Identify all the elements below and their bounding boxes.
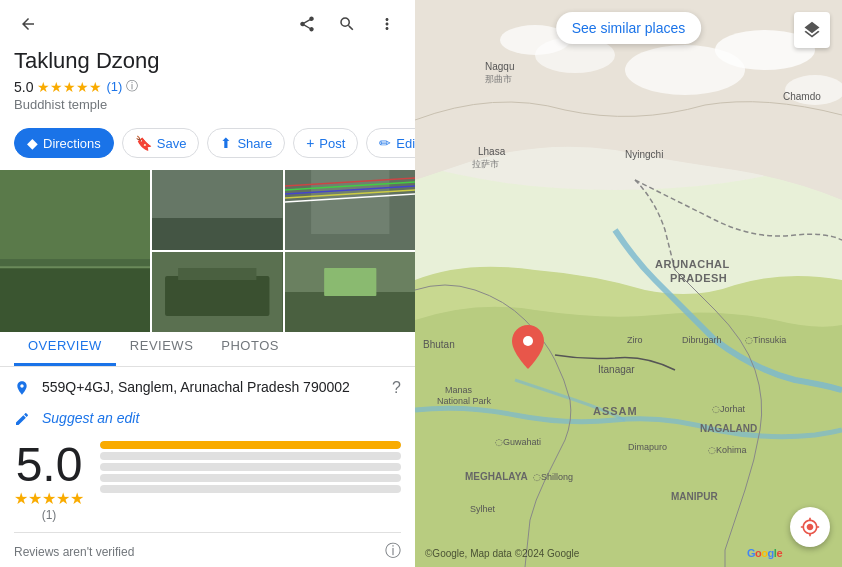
- share-icon: ⬆: [220, 135, 232, 151]
- save-button[interactable]: 🔖 Save: [122, 128, 200, 158]
- svg-rect-16: [178, 268, 256, 280]
- svg-text:◌Jorhat: ◌Jorhat: [712, 404, 746, 414]
- tab-photos[interactable]: PHOTOS: [207, 328, 293, 366]
- stars: ★★★★★: [37, 79, 102, 95]
- tab-reviews[interactable]: REVIEWS: [116, 328, 207, 366]
- reviews-note: Reviews aren't verified ⓘ: [14, 541, 401, 562]
- action-buttons: ◆ Directions 🔖 Save ⬆ Share + Post ✏ Edi…: [0, 120, 415, 166]
- svg-text:◌Kohima: ◌Kohima: [708, 445, 747, 455]
- map-panel: Nagqu 那曲市 Lhasa 拉萨市 Nyingchi Chamdo ARUN…: [415, 0, 842, 567]
- photo-5[interactable]: [285, 252, 416, 332]
- more-button[interactable]: [371, 8, 403, 40]
- directions-button[interactable]: ◆ Directions: [14, 128, 114, 158]
- svg-text:Dimapuro: Dimapuro: [628, 442, 667, 452]
- svg-text:PRADESH: PRADESH: [670, 272, 727, 284]
- svg-text:◌Tinsukia: ◌Tinsukia: [745, 335, 786, 345]
- svg-rect-19: [324, 268, 376, 296]
- svg-text:拉萨市: 拉萨市: [472, 159, 499, 169]
- svg-text:◌Shillong: ◌Shillong: [533, 472, 573, 482]
- bar-fill-5: [100, 441, 401, 449]
- bar-row-1: [100, 485, 401, 493]
- bar-row-5: [100, 441, 401, 449]
- photo-2[interactable]: [152, 170, 283, 250]
- photo-4[interactable]: [152, 252, 283, 332]
- bar-track-4: [100, 452, 401, 460]
- details-section: 559Q+4GJ, Sanglem, Arunachal Pradesh 790…: [0, 367, 415, 567]
- big-count: (1): [14, 508, 84, 522]
- svg-rect-18: [285, 292, 416, 332]
- place-name: Taklung Dzong: [14, 48, 401, 74]
- rating-row: 5.0 ★★★★★ (1) ⓘ: [14, 78, 401, 95]
- reviews-info-icon[interactable]: ⓘ: [385, 541, 401, 562]
- address-text: 559Q+4GJ, Sanglem, Arunachal Pradesh 790…: [42, 379, 380, 395]
- review-count[interactable]: (1): [106, 79, 122, 94]
- svg-text:◌Guwahati: ◌Guwahati: [495, 437, 541, 447]
- location-icon: [14, 380, 30, 400]
- tab-overview[interactable]: OVERVIEW: [14, 328, 116, 366]
- svg-text:Bhutan: Bhutan: [423, 339, 455, 350]
- share-button[interactable]: [291, 8, 323, 40]
- info-icon[interactable]: ⓘ: [126, 78, 138, 95]
- photo-3[interactable]: [285, 170, 416, 250]
- google-logo: Google: [747, 547, 782, 559]
- map-layers-button[interactable]: [794, 12, 830, 48]
- svg-text:ASSAM: ASSAM: [593, 405, 638, 417]
- svg-text:NAGALAND: NAGALAND: [700, 423, 757, 434]
- svg-text:Ziro: Ziro: [627, 335, 643, 345]
- svg-rect-6: [152, 218, 283, 250]
- left-panel: Taklung Dzong 5.0 ★★★★★ (1) ⓘ Buddhist t…: [0, 0, 415, 567]
- bar-track-1: [100, 485, 401, 493]
- suggest-edit-row: Suggest an edit: [14, 410, 401, 431]
- svg-text:Lhasa: Lhasa: [478, 146, 506, 157]
- bookmark-icon: 🔖: [135, 135, 152, 151]
- big-rating-number: 5.0: [14, 441, 84, 489]
- svg-text:Sylhet: Sylhet: [470, 504, 496, 514]
- plus-icon: +: [306, 135, 314, 151]
- svg-text:ARUNACHAL: ARUNACHAL: [655, 258, 730, 270]
- svg-text:Dibrugarh: Dibrugarh: [682, 335, 722, 345]
- see-similar-button[interactable]: See similar places: [556, 12, 702, 44]
- svg-text:MANIPUR: MANIPUR: [671, 491, 718, 502]
- address-row: 559Q+4GJ, Sanglem, Arunachal Pradesh 790…: [14, 379, 401, 400]
- place-type: Buddhist temple: [14, 97, 401, 112]
- bar-track-5: [100, 441, 401, 449]
- svg-text:Chamdo: Chamdo: [783, 91, 821, 102]
- rating-bars: [100, 441, 401, 496]
- tabs-bar: OVERVIEW REVIEWS PHOTOS: [0, 328, 415, 367]
- svg-rect-1: [0, 267, 150, 332]
- bar-row-2: [100, 474, 401, 482]
- my-location-icon: [800, 517, 820, 537]
- edit-button[interactable]: ✏ Edit: [366, 128, 415, 158]
- see-similar-label: See similar places: [572, 20, 686, 36]
- suggest-edit-link[interactable]: Suggest an edit: [42, 410, 401, 426]
- place-info: Taklung Dzong 5.0 ★★★★★ (1) ⓘ Buddhist t…: [0, 48, 415, 120]
- search-button[interactable]: [331, 8, 363, 40]
- reviews-not-verified: Reviews aren't verified: [14, 545, 377, 559]
- pencil-icon: ✏: [379, 135, 391, 151]
- top-bar: [0, 0, 415, 48]
- svg-text:Nyingchi: Nyingchi: [625, 149, 663, 160]
- layers-icon: [802, 20, 822, 40]
- back-button[interactable]: [12, 8, 44, 40]
- svg-point-54: [523, 336, 533, 346]
- photo-grid[interactable]: [0, 166, 415, 328]
- bar-track-2: [100, 474, 401, 482]
- big-stars: ★★★★★: [14, 489, 84, 508]
- directions-icon: ◆: [27, 135, 38, 151]
- edit-icon-detail: [14, 411, 30, 431]
- map-credit: ©Google, Map data ©2024 Google: [425, 548, 579, 559]
- share-action-button[interactable]: ⬆ Share: [207, 128, 285, 158]
- post-button[interactable]: + Post: [293, 128, 358, 158]
- svg-rect-2: [0, 170, 150, 259]
- bar-row-3: [100, 463, 401, 471]
- map-location-button[interactable]: [790, 507, 830, 547]
- photo-1[interactable]: [0, 170, 150, 332]
- svg-text:Nagqu: Nagqu: [485, 61, 514, 72]
- bar-track-3: [100, 463, 401, 471]
- help-icon[interactable]: ?: [392, 379, 401, 397]
- svg-rect-15: [165, 276, 269, 316]
- svg-text:Itanagar: Itanagar: [598, 364, 635, 375]
- rating-section: 5.0 ★★★★★ (1): [14, 441, 401, 533]
- map-svg: Nagqu 那曲市 Lhasa 拉萨市 Nyingchi Chamdo ARUN…: [415, 0, 842, 567]
- bar-row-4: [100, 452, 401, 460]
